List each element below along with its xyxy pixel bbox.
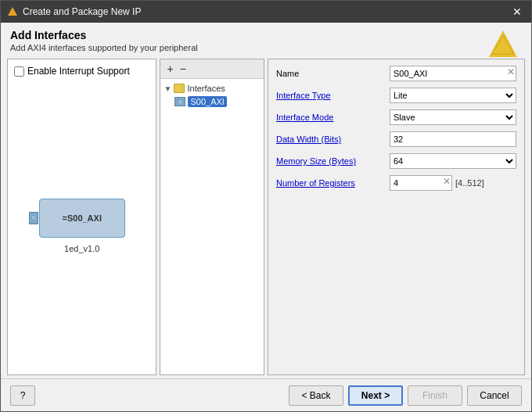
ip-instance-label: 1ed_v1.0	[64, 244, 99, 253]
finish-button[interactable]: Finish	[408, 385, 462, 406]
tree-expand-icon: ▼	[164, 84, 171, 93]
next-button[interactable]: Next >	[348, 385, 403, 406]
ip-block: = =S00_AXI	[39, 199, 125, 238]
ip-block-name: =S00_AXI	[63, 213, 102, 223]
interface-type-row: Interface Type Lite Full Stream	[276, 88, 516, 103]
interrupt-support-checkbox[interactable]	[14, 66, 24, 77]
memory-size-select[interactable]: 64 128 256 512	[390, 153, 516, 169]
interface-mode-select[interactable]: Slave Master	[390, 109, 516, 125]
middle-toolbar: + −	[160, 59, 264, 79]
data-width-input[interactable]	[390, 131, 516, 147]
window-title: Create and Package New IP	[23, 6, 141, 17]
main-window: Create and Package New IP ✕ Add Interfac…	[0, 0, 532, 412]
footer-right: < Back Next > Finish Cancel	[289, 385, 522, 406]
footer-left: ?	[10, 385, 35, 406]
cancel-button[interactable]: Cancel	[467, 385, 522, 406]
name-clear-button[interactable]: ✕	[507, 67, 515, 77]
title-bar-left: Create and Package New IP	[7, 6, 141, 17]
tree-area: ▼ Interfaces = S00_AXI	[160, 79, 264, 374]
tree-chip-icon: =	[174, 97, 185, 106]
memory-size-row: Memory Size (Bytes) 64 128 256 512	[276, 153, 516, 169]
add-interface-button[interactable]: +	[165, 63, 174, 75]
remove-interface-button[interactable]: −	[178, 63, 188, 75]
num-registers-range: [4..512]	[455, 178, 484, 188]
interrupt-support-row: Enable Interrupt Support	[14, 66, 149, 77]
num-registers-label: Number of Registers	[276, 178, 390, 188]
data-width-label: Data Width (Bits)	[276, 134, 390, 144]
tree-item-interfaces[interactable]: ▼ Interfaces	[164, 82, 261, 95]
tree-s00axi-label: S00_AXI	[188, 96, 226, 107]
ip-connector-left: =	[29, 212, 38, 224]
interface-type-label: Interface Type	[276, 91, 390, 100]
app-icon	[7, 6, 18, 17]
interface-mode-row: Interface Mode Slave Master	[276, 109, 516, 125]
num-registers-clear-button[interactable]: ✕	[443, 177, 451, 186]
name-input[interactable]	[390, 66, 516, 81]
ip-diagram: = =S00_AXI 1ed_v1.0	[14, 83, 149, 368]
name-input-wrapper: ✕	[390, 66, 516, 81]
num-registers-row: Number of Registers ✕ [4..512]	[276, 175, 516, 191]
connector-box: =	[29, 212, 38, 224]
interrupt-support-label: Enable Interrupt Support	[27, 66, 130, 77]
back-button[interactable]: < Back	[289, 385, 343, 406]
help-button[interactable]: ?	[10, 385, 35, 406]
middle-panel: + − ▼ Interfaces = S00_AXI	[160, 59, 264, 375]
vivado-logo	[487, 29, 519, 60]
content-area: Enable Interrupt Support = =S00_AXI 1ed_…	[7, 59, 525, 375]
left-panel: Enable Interrupt Support = =S00_AXI 1ed_…	[7, 59, 156, 375]
memory-size-label: Memory Size (Bytes)	[276, 156, 390, 166]
tree-folder-icon	[174, 84, 185, 93]
page-subtitle: Add AXI4 interfaces supported by your pe…	[10, 43, 522, 52]
tree-interfaces-label: Interfaces	[187, 84, 225, 93]
title-bar: Create and Package New IP ✕	[1, 1, 531, 23]
page-title: Add Interfaces	[10, 29, 522, 41]
interface-type-select[interactable]: Lite Full Stream	[390, 88, 516, 103]
header-area: Add Interfaces Add AXI4 interfaces suppo…	[1, 23, 531, 56]
interface-mode-label: Interface Mode	[276, 113, 390, 122]
tree-item-s00axi[interactable]: = S00_AXI	[174, 95, 261, 109]
right-panel: Name ✕ Interface Type Lite Full Stream I…	[268, 59, 525, 375]
num-registers-input-wrapper: ✕ [4..512]	[390, 175, 516, 191]
close-button[interactable]: ✕	[509, 5, 525, 18]
data-width-row: Data Width (Bits)	[276, 131, 516, 147]
svg-marker-0	[8, 7, 17, 16]
name-label: Name	[276, 69, 390, 78]
name-row: Name ✕	[276, 66, 516, 81]
footer: ? < Back Next > Finish Cancel	[1, 378, 531, 411]
